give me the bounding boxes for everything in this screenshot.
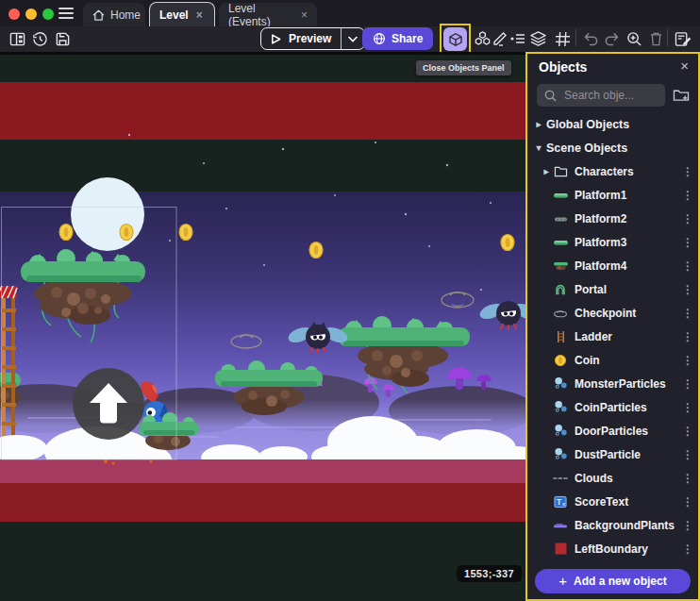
play-icon [270,33,282,45]
particles-icon [552,376,569,392]
object-label: Platform3 [575,236,677,249]
chevron-down-icon[interactable] [342,34,364,44]
panel-layout-icon[interactable] [8,29,26,48]
close-tab-icon[interactable]: × [301,8,308,22]
object-row-platform3[interactable]: Platform3⋮ [527,230,698,254]
object-row-monsterparticles[interactable]: MonsterParticles⋮ [527,372,698,395]
text-icon: Tx [552,494,569,509]
share-label: Share [392,32,423,45]
object-row-dustparticle[interactable]: DustParticle⋮ [527,442,698,466]
add-button-label: Add a new object [574,575,667,588]
portal-icon [552,282,569,297]
object-label: CoinParticles [575,401,677,414]
instances-list-icon[interactable] [508,29,527,48]
chevron-right-icon[interactable]: ▸ [541,166,552,176]
ladder-icon [552,329,569,344]
chevron-right-icon[interactable]: ▸ [533,119,544,129]
object-label: Ladder [575,330,677,343]
object-row-checkpoint[interactable]: Checkpoint⋮ [527,301,698,325]
undo-icon[interactable] [581,29,600,48]
chevron-down-icon[interactable]: ▾ [533,142,544,153]
object-label: Coin [575,354,677,367]
kebab-menu-icon[interactable]: ⋮ [677,495,698,509]
kebab-menu-icon[interactable]: ⋮ [677,189,698,202]
kebab-menu-icon[interactable]: ⋮ [677,330,698,343]
tab-home[interactable]: Home [83,3,145,26]
dashes-icon [552,471,569,486]
object-row-portal[interactable]: Portal⋮ [527,277,698,301]
object-row-platform1[interactable]: Platform1⋮ [527,183,698,207]
kebab-menu-icon[interactable]: ⋮ [677,165,698,178]
kebab-menu-icon[interactable]: ⋮ [677,425,698,438]
scene-editor-canvas[interactable] [0,52,526,601]
object-row-scoretext[interactable]: TxScoreText⋮ [527,490,698,513]
tree-section-scene-objects[interactable]: ▾Scene Objects [527,136,698,159]
object-groups-icon[interactable] [473,29,492,48]
up-arrow-control [73,368,144,440]
kebab-menu-icon[interactable]: ⋮ [677,212,698,225]
menu-icon[interactable] [58,8,74,19]
scene-properties-icon[interactable] [674,29,692,48]
macos-minimize-button[interactable] [25,8,37,20]
kebab-menu-icon[interactable]: ⋮ [677,401,698,414]
plus-icon: + [558,573,567,589]
particles-icon [552,447,569,462]
platform-grass-icon [552,235,569,250]
share-button[interactable]: Share [362,27,433,50]
add-folder-icon[interactable] [673,87,690,106]
save-icon[interactable] [53,29,72,48]
kebab-menu-icon[interactable]: ⋮ [677,448,698,461]
particles-icon [552,400,569,415]
kebab-menu-icon[interactable]: ⋮ [677,259,698,273]
search-input[interactable] [562,88,651,103]
tooltip: Close Objects Panel [416,60,511,75]
macos-zoom-button[interactable] [42,8,54,20]
coin-icon [552,353,569,368]
kebab-menu-icon[interactable]: ⋮ [677,472,698,485]
preview-button[interactable]: Preview [260,27,365,50]
edit-pencil-icon[interactable] [491,29,509,48]
tab-label: Level [159,8,189,22]
history-icon[interactable] [30,29,49,48]
redo-icon[interactable] [602,29,621,48]
object-row-coinparticles[interactable]: CoinParticles⋮ [527,395,698,419]
search-box[interactable] [537,84,665,107]
kebab-menu-icon[interactable]: ⋮ [677,543,698,556]
divider [575,29,576,46]
search-icon [544,90,557,102]
kebab-menu-icon[interactable]: ⋮ [677,377,698,391]
object-row-platform2[interactable]: Platform2⋮ [527,207,698,230]
add-new-object-button[interactable]: + Add a new object [535,569,691,593]
kebab-menu-icon[interactable]: ⋮ [677,307,698,320]
home-icon [92,9,105,21]
object-row-ladder[interactable]: Ladder⋮ [527,325,698,348]
close-panel-icon[interactable]: × [680,58,689,74]
object-row-characters[interactable]: ▸Characters⋮ [527,159,698,183]
platform-dirt-icon [552,259,569,274]
object-row-leftboundary[interactable]: LeftBoundary⋮ [527,537,698,560]
object-label: Platform2 [575,212,677,225]
object-row-doorparticles[interactable]: DoorParticles⋮ [527,419,698,442]
object-row-platform4[interactable]: Platform4⋮ [527,254,698,277]
layers-icon[interactable] [528,29,547,48]
object-label: Checkpoint [575,307,677,320]
zoom-in-icon[interactable] [625,29,643,48]
kebab-menu-icon[interactable]: ⋮ [677,283,698,296]
kebab-menu-icon[interactable]: ⋮ [677,354,698,367]
kebab-menu-icon[interactable]: ⋮ [677,236,698,249]
tab-level[interactable]: Level × [149,2,215,26]
kebab-menu-icon[interactable]: ⋮ [677,519,698,532]
object-row-clouds[interactable]: Clouds⋮ [527,466,698,490]
globe-icon [373,32,386,45]
objects-panel-toggle-button[interactable] [443,27,467,51]
platform-grass-icon [552,188,569,203]
trash-icon[interactable] [646,29,665,48]
objects-panel: Objects × ▸Global Objects▾Scene Objects▸… [525,52,700,601]
tree-section-global-objects[interactable]: ▸Global Objects [527,112,698,136]
object-row-backgroundplants[interactable]: BackgroundPlants⋮ [527,513,698,537]
tab-level-events[interactable]: Level (Events) × [219,3,317,26]
close-tab-icon[interactable]: × [196,8,203,22]
object-row-coin[interactable]: Coin⋮ [527,348,698,372]
grid-icon[interactable] [553,29,572,48]
macos-close-button[interactable] [8,8,20,20]
